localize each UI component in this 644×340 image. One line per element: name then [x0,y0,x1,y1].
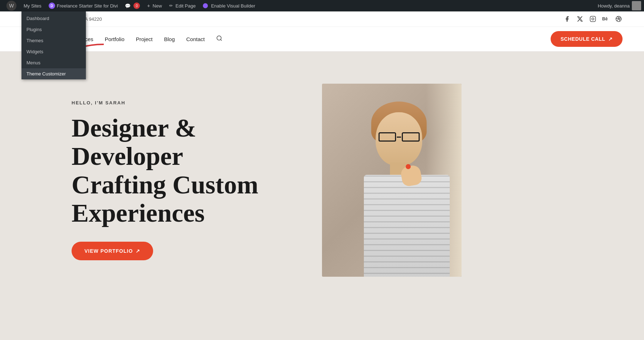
facebook-icon[interactable] [563,15,571,23]
hero-title: Designer & Developer Crafting Custom Exp… [72,114,301,227]
glass-right [402,132,420,142]
person-background [322,84,462,277]
comments-count: 0 [133,3,140,9]
nail-detail [406,164,411,169]
hero-subtitle: HELLO, I'M SARAH [72,100,301,105]
hero-title-line2: Crafting Custom [72,171,258,199]
howdy-text: Howdy, deanna [598,3,630,9]
instagram-icon[interactable] [589,15,597,23]
edit-page-item[interactable]: ✏ Edit Page [166,0,199,11]
admin-bar-right: Howdy, deanna [598,1,641,10]
hero-title-line3: Experiences [72,199,205,227]
search-icon[interactable] [216,35,223,43]
hero-content: HELLO, I'M SARAH Designer & Developer Cr… [72,100,322,260]
hero-section: HELLO, I'M SARAH Designer & Developer Cr… [0,51,644,309]
view-portfolio-arrow: ↗ [136,248,140,254]
site-name-label: Freelance Starter Site for Divi [57,3,118,9]
enable-vb-label: Enable Visual Builder [211,3,255,9]
enable-vb-item[interactable]: Enable Visual Builder [199,0,259,11]
my-sites-label: My Sites [24,3,42,9]
behance-icon[interactable]: Bē [602,15,610,23]
face [376,112,422,166]
nav-link-project[interactable]: Project [136,36,153,42]
schedule-call-button[interactable]: SCHEDULE CALL ↗ [551,31,623,47]
edit-page-label: Edit Page [176,3,196,9]
dropdown-item-menus[interactable]: Menus [21,57,86,68]
svg-rect-1 [590,16,596,22]
dropdown-item-dashboard[interactable]: Dashboard [21,13,86,24]
admin-bar: W My Sites D Freelance Starter Site for … [0,0,644,11]
comments-item[interactable]: 💬 0 [121,0,143,11]
new-item[interactable]: + New [143,0,165,11]
view-portfolio-button[interactable]: VIEW PORTFOLIO ↗ [72,242,153,260]
site-topbar: 1. St. #1000, San Francisco, CA 94220 Bē [0,11,644,27]
svg-text:Bē: Bē [602,16,608,21]
hero-title-line1: Designer & Developer [72,114,196,171]
glasses-bridge [397,137,401,138]
dropdown-menu: Dashboard Plugins Themes Widgets Menus T… [21,11,86,79]
dropdown-item-widgets[interactable]: Widgets [21,46,86,57]
dribbble-icon[interactable] [615,15,623,23]
divi-icon: D [49,3,55,9]
user-avatar[interactable] [632,1,641,10]
nav-link-blog[interactable]: Blog [164,36,175,42]
my-sites-item[interactable]: My Sites [20,0,45,11]
svg-point-5 [217,36,221,40]
vb-dot-icon [203,3,208,8]
wp-logo-item[interactable]: W [3,0,20,11]
body [364,175,450,277]
social-icons: Bē [563,15,623,23]
divi-icon-item[interactable]: D Freelance Starter Site for Divi [45,0,122,11]
hero-image [322,84,462,277]
dropdown-item-plugins[interactable]: Plugins [21,24,86,35]
plus-icon: + [147,3,150,9]
comment-icon: 💬 [125,3,131,9]
dropdown-item-theme-customizer[interactable]: Theme Customizer [21,68,86,79]
wordpress-icon: W [6,1,16,11]
view-portfolio-label: VIEW PORTFOLIO [84,248,133,254]
schedule-call-arrow: ↗ [608,36,613,42]
sweater-stripes [364,175,450,277]
new-label: New [153,3,162,9]
twitter-x-icon[interactable] [576,15,584,23]
glass-left [379,132,396,142]
glasses [379,132,420,142]
nav-link-portfolio[interactable]: Portfolio [105,36,125,42]
site-nav: Home About Services Portfolio Project Bl… [0,27,644,51]
pencil-icon: ✏ [169,3,173,8]
site-header: 1. St. #1000, San Francisco, CA 94220 Bē… [0,11,644,51]
nav-link-contact[interactable]: Contact [186,36,205,42]
dropdown-item-themes[interactable]: Themes [21,35,86,46]
schedule-call-label: SCHEDULE CALL [561,36,605,42]
